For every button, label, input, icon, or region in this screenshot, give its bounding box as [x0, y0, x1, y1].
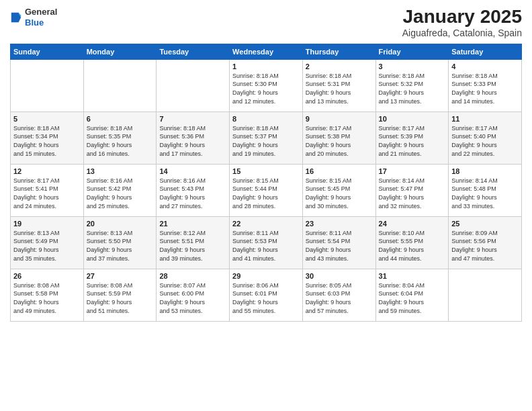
- calendar-cell-w4-d6: [449, 269, 522, 321]
- day-info: Sunrise: 8:16 AM Sunset: 5:43 PM Dayligh…: [159, 177, 226, 210]
- day-number: 29: [232, 272, 300, 280]
- day-number: 7: [159, 115, 226, 123]
- day-number: 2: [306, 62, 373, 71]
- day-number: 5: [13, 115, 81, 123]
- day-number: 18: [451, 167, 519, 175]
- calendar-cell-w2-d0: 12Sunrise: 8:17 AM Sunset: 5:41 PM Dayli…: [11, 164, 84, 216]
- calendar-cell-w0-d0: [11, 59, 84, 111]
- logo-blue: Blue: [25, 17, 44, 28]
- calendar-cell-w2-d6: 18Sunrise: 8:14 AM Sunset: 5:48 PM Dayli…: [449, 164, 522, 216]
- logo-general: General: [25, 7, 57, 17]
- calendar-cell-w2-d1: 13Sunrise: 8:16 AM Sunset: 5:42 PM Dayli…: [83, 164, 157, 216]
- day-info: Sunrise: 8:18 AM Sunset: 5:35 PM Dayligh…: [87, 124, 154, 158]
- calendar-header: Sunday Monday Tuesday Wednesday Thursday…: [11, 44, 522, 59]
- day-number: 13: [87, 167, 154, 175]
- day-number: 10: [379, 115, 446, 123]
- day-number: 4: [451, 62, 519, 71]
- day-number: 6: [87, 115, 154, 123]
- calendar-cell-w0-d1: [83, 59, 157, 111]
- calendar-cell-w2-d3: 15Sunrise: 8:15 AM Sunset: 5:44 PM Dayli…: [230, 164, 303, 216]
- calendar-cell-w4-d0: 26Sunrise: 8:08 AM Sunset: 5:58 PM Dayli…: [11, 269, 84, 321]
- day-info: Sunrise: 8:14 AM Sunset: 5:47 PM Dayligh…: [379, 177, 446, 210]
- calendar-cell-w2-d4: 16Sunrise: 8:15 AM Sunset: 5:45 PM Dayli…: [302, 164, 375, 216]
- day-info: Sunrise: 8:16 AM Sunset: 5:42 PM Dayligh…: [87, 177, 154, 210]
- day-info: Sunrise: 8:05 AM Sunset: 6:03 PM Dayligh…: [306, 281, 373, 315]
- header-tuesday: Tuesday: [157, 44, 230, 59]
- day-number: 27: [87, 272, 154, 280]
- calendar-cell-w1-d1: 6Sunrise: 8:18 AM Sunset: 5:35 PM Daylig…: [83, 111, 157, 164]
- page-container: General Blue January 2025 Aiguafreda, Ca…: [0, 0, 532, 328]
- calendar-cell-w3-d0: 19Sunrise: 8:13 AM Sunset: 5:49 PM Dayli…: [11, 216, 84, 269]
- calendar-cell-w4-d1: 27Sunrise: 8:08 AM Sunset: 5:59 PM Dayli…: [83, 269, 157, 321]
- day-info: Sunrise: 8:09 AM Sunset: 5:56 PM Dayligh…: [451, 229, 519, 263]
- calendar-cell-w3-d2: 21Sunrise: 8:12 AM Sunset: 5:51 PM Dayli…: [157, 216, 230, 269]
- calendar-cell-w0-d3: 1Sunrise: 8:18 AM Sunset: 5:30 PM Daylig…: [230, 59, 303, 111]
- page-header: General Blue January 2025 Aiguafreda, Ca…: [10, 7, 522, 38]
- calendar-cell-w4-d4: 30Sunrise: 8:05 AM Sunset: 6:03 PM Dayli…: [302, 269, 375, 321]
- header-saturday: Saturday: [449, 44, 522, 59]
- calendar-week-1: 5Sunrise: 8:18 AM Sunset: 5:34 PM Daylig…: [11, 111, 522, 164]
- calendar-week-4: 26Sunrise: 8:08 AM Sunset: 5:58 PM Dayli…: [11, 269, 522, 321]
- day-info: Sunrise: 8:06 AM Sunset: 6:01 PM Dayligh…: [232, 281, 300, 315]
- day-info: Sunrise: 8:18 AM Sunset: 5:31 PM Dayligh…: [306, 72, 373, 105]
- calendar-table: Sunday Monday Tuesday Wednesday Thursday…: [10, 44, 522, 322]
- day-number: 20: [87, 220, 154, 228]
- day-info: Sunrise: 8:18 AM Sunset: 5:34 PM Dayligh…: [13, 124, 81, 158]
- day-info: Sunrise: 8:08 AM Sunset: 5:58 PM Dayligh…: [13, 281, 81, 315]
- day-info: Sunrise: 8:10 AM Sunset: 5:55 PM Dayligh…: [379, 229, 446, 263]
- calendar-cell-w4-d2: 28Sunrise: 8:07 AM Sunset: 6:00 PM Dayli…: [157, 269, 230, 321]
- day-number: 3: [379, 62, 446, 71]
- day-info: Sunrise: 8:15 AM Sunset: 5:45 PM Dayligh…: [306, 177, 373, 210]
- day-number: 11: [451, 115, 519, 123]
- day-number: 22: [232, 220, 300, 228]
- day-info: Sunrise: 8:17 AM Sunset: 5:39 PM Dayligh…: [379, 124, 446, 158]
- day-number: 23: [306, 220, 373, 228]
- day-number: 26: [13, 272, 81, 280]
- calendar-cell-w4-d3: 29Sunrise: 8:06 AM Sunset: 6:01 PM Dayli…: [230, 269, 303, 321]
- day-info: Sunrise: 8:11 AM Sunset: 5:53 PM Dayligh…: [232, 229, 300, 263]
- logo: General Blue: [10, 7, 57, 28]
- day-number: 21: [159, 220, 226, 228]
- header-row: Sunday Monday Tuesday Wednesday Thursday…: [11, 44, 522, 59]
- calendar-cell-w0-d6: 4Sunrise: 8:18 AM Sunset: 5:33 PM Daylig…: [449, 59, 522, 111]
- day-number: 25: [451, 220, 519, 228]
- day-info: Sunrise: 8:18 AM Sunset: 5:36 PM Dayligh…: [159, 124, 226, 158]
- calendar-cell-w1-d3: 8Sunrise: 8:18 AM Sunset: 5:37 PM Daylig…: [230, 111, 303, 164]
- day-info: Sunrise: 8:18 AM Sunset: 5:37 PM Dayligh…: [232, 124, 300, 158]
- header-thursday: Thursday: [302, 44, 375, 59]
- day-number: 16: [306, 167, 373, 175]
- day-number: 15: [232, 167, 300, 175]
- calendar-body: 1Sunrise: 8:18 AM Sunset: 5:30 PM Daylig…: [11, 59, 522, 321]
- calendar-cell-w3-d3: 22Sunrise: 8:11 AM Sunset: 5:53 PM Dayli…: [230, 216, 303, 269]
- day-number: 24: [379, 220, 446, 228]
- day-info: Sunrise: 8:07 AM Sunset: 6:00 PM Dayligh…: [159, 281, 226, 315]
- day-number: 14: [159, 167, 226, 175]
- calendar-cell-w4-d5: 31Sunrise: 8:04 AM Sunset: 6:04 PM Dayli…: [375, 269, 449, 321]
- calendar-week-2: 12Sunrise: 8:17 AM Sunset: 5:41 PM Dayli…: [11, 164, 522, 216]
- day-info: Sunrise: 8:12 AM Sunset: 5:51 PM Dayligh…: [159, 229, 226, 263]
- calendar-week-0: 1Sunrise: 8:18 AM Sunset: 5:30 PM Daylig…: [11, 59, 522, 111]
- day-info: Sunrise: 8:15 AM Sunset: 5:44 PM Dayligh…: [232, 177, 300, 210]
- calendar-cell-w3-d1: 20Sunrise: 8:13 AM Sunset: 5:50 PM Dayli…: [83, 216, 157, 269]
- calendar-cell-w0-d4: 2Sunrise: 8:18 AM Sunset: 5:31 PM Daylig…: [302, 59, 375, 111]
- calendar-week-3: 19Sunrise: 8:13 AM Sunset: 5:49 PM Dayli…: [11, 216, 522, 269]
- day-number: 9: [306, 115, 373, 123]
- day-number: 12: [13, 167, 81, 175]
- day-number: 1: [232, 62, 300, 71]
- day-number: 8: [232, 115, 300, 123]
- header-monday: Monday: [83, 44, 157, 59]
- day-number: 31: [379, 272, 446, 280]
- day-info: Sunrise: 8:11 AM Sunset: 5:54 PM Dayligh…: [306, 229, 373, 263]
- calendar-cell-w1-d0: 5Sunrise: 8:18 AM Sunset: 5:34 PM Daylig…: [11, 111, 84, 164]
- title-block: January 2025 Aiguafreda, Catalonia, Spai…: [402, 7, 522, 38]
- calendar-title: January 2025: [402, 7, 522, 28]
- header-wednesday: Wednesday: [230, 44, 303, 59]
- calendar-cell-w3-d6: 25Sunrise: 8:09 AM Sunset: 5:56 PM Dayli…: [449, 216, 522, 269]
- calendar-cell-w2-d5: 17Sunrise: 8:14 AM Sunset: 5:47 PM Dayli…: [375, 164, 449, 216]
- logo-text: General Blue: [25, 7, 57, 28]
- calendar-cell-w0-d2: [157, 59, 230, 111]
- calendar-cell-w1-d4: 9Sunrise: 8:17 AM Sunset: 5:38 PM Daylig…: [302, 111, 375, 164]
- day-info: Sunrise: 8:17 AM Sunset: 5:41 PM Dayligh…: [13, 177, 81, 210]
- logo-icon: [10, 10, 22, 25]
- calendar-cell-w1-d6: 11Sunrise: 8:17 AM Sunset: 5:40 PM Dayli…: [449, 111, 522, 164]
